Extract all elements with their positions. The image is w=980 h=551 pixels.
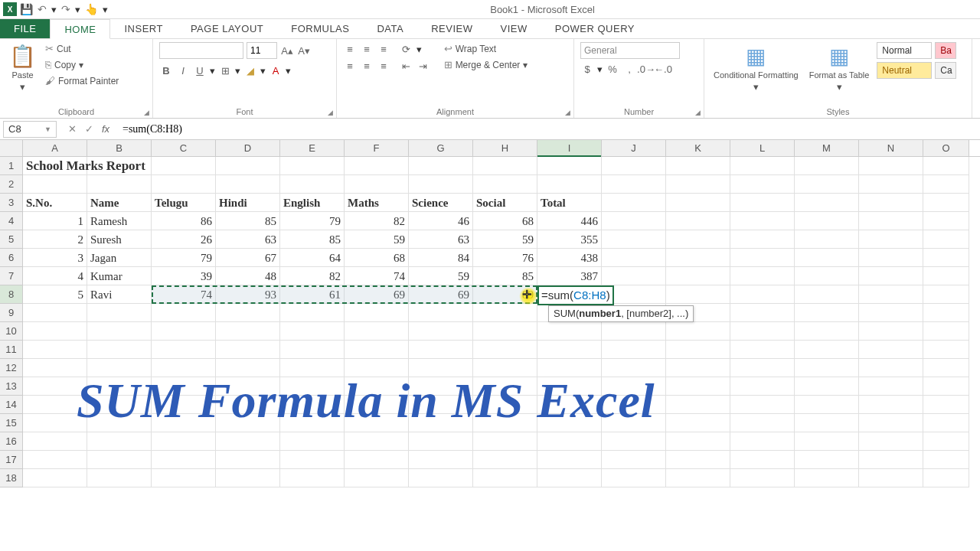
cell[interactable] xyxy=(216,322,280,341)
tab-home[interactable]: HOME xyxy=(50,19,110,39)
cell[interactable]: 1 xyxy=(23,212,87,230)
cell[interactable] xyxy=(859,194,923,212)
cell[interactable] xyxy=(730,249,795,267)
cell[interactable] xyxy=(23,432,87,451)
cell[interactable] xyxy=(923,267,969,285)
save-icon[interactable]: 💾 xyxy=(20,3,33,15)
cell[interactable] xyxy=(923,396,969,414)
cell[interactable] xyxy=(666,359,730,377)
tab-formulas[interactable]: FORMULAS xyxy=(277,19,363,38)
cell[interactable] xyxy=(602,230,666,249)
col-header[interactable]: L xyxy=(730,140,795,156)
cell[interactable] xyxy=(473,341,537,359)
font-color-button[interactable]: A xyxy=(269,64,283,77)
align-middle-icon[interactable]: ≡ xyxy=(360,42,374,56)
cell[interactable] xyxy=(537,175,602,194)
cell[interactable] xyxy=(859,451,923,469)
cell[interactable] xyxy=(280,322,345,341)
redo-icon[interactable]: ↷ xyxy=(61,3,70,15)
cell[interactable]: 59 xyxy=(473,230,537,249)
tab-data[interactable]: DATA xyxy=(363,19,417,38)
currency-icon[interactable]: $ xyxy=(580,62,594,76)
cell[interactable] xyxy=(666,414,730,432)
cell[interactable] xyxy=(216,175,280,194)
col-header[interactable]: H xyxy=(473,140,537,156)
cell[interactable] xyxy=(795,414,859,432)
cell[interactable]: 39 xyxy=(152,267,216,285)
cell[interactable] xyxy=(152,157,216,175)
col-header[interactable]: J xyxy=(602,140,666,156)
cell[interactable] xyxy=(152,432,216,451)
name-box[interactable]: C8▼ xyxy=(3,121,57,138)
cell[interactable] xyxy=(602,451,666,469)
formula-input[interactable] xyxy=(118,121,980,138)
cell[interactable] xyxy=(666,285,730,304)
cell[interactable] xyxy=(666,377,730,396)
cell[interactable] xyxy=(280,304,345,322)
row-header[interactable]: 5 xyxy=(0,230,23,249)
cell[interactable] xyxy=(23,175,87,194)
format-as-table-button[interactable]: ▦Format as Table▾ xyxy=(806,42,873,94)
col-header[interactable]: M xyxy=(795,140,859,156)
tab-power-query[interactable]: POWER QUERY xyxy=(541,19,648,38)
orientation-icon[interactable]: ⟳ xyxy=(400,42,413,56)
cell[interactable]: 84 xyxy=(409,249,473,267)
cell[interactable] xyxy=(473,175,537,194)
font-name-input[interactable] xyxy=(159,42,243,59)
cell[interactable] xyxy=(923,359,969,377)
cell[interactable] xyxy=(666,469,730,487)
cell[interactable] xyxy=(795,175,859,194)
cell[interactable] xyxy=(666,230,730,249)
cell[interactable] xyxy=(280,341,345,359)
cell[interactable] xyxy=(345,341,409,359)
cell[interactable] xyxy=(602,212,666,230)
cell[interactable] xyxy=(730,451,795,469)
cell[interactable] xyxy=(152,304,216,322)
cell[interactable] xyxy=(795,469,859,487)
cell[interactable] xyxy=(537,451,602,469)
align-left-icon[interactable]: ≡ xyxy=(343,59,357,73)
cell[interactable]: 63 xyxy=(216,230,280,249)
fx-icon[interactable]: fx xyxy=(98,123,113,135)
border-button[interactable]: ⊞ xyxy=(218,64,232,77)
cell[interactable] xyxy=(216,304,280,322)
cell[interactable]: Science xyxy=(409,194,473,212)
cell[interactable] xyxy=(345,304,409,322)
cell[interactable] xyxy=(859,249,923,267)
cell[interactable]: 74 xyxy=(345,267,409,285)
cell[interactable]: 438 xyxy=(537,249,602,267)
cell[interactable] xyxy=(795,341,859,359)
row-header[interactable]: 15 xyxy=(0,414,23,432)
cell[interactable] xyxy=(602,469,666,487)
cell[interactable] xyxy=(666,396,730,414)
cell[interactable]: 67 xyxy=(216,249,280,267)
cell[interactable] xyxy=(216,157,280,175)
align-center-icon[interactable]: ≡ xyxy=(360,59,374,73)
cell[interactable] xyxy=(859,414,923,432)
row-header[interactable]: 16 xyxy=(0,432,23,451)
cell[interactable] xyxy=(537,157,602,175)
row-header[interactable]: 2 xyxy=(0,175,23,194)
cell[interactable] xyxy=(87,175,152,194)
cell[interactable] xyxy=(666,322,730,341)
cell[interactable] xyxy=(87,341,152,359)
cell[interactable] xyxy=(537,341,602,359)
cell[interactable] xyxy=(87,432,152,451)
align-bottom-icon[interactable]: ≡ xyxy=(377,42,390,56)
row-header[interactable]: 6 xyxy=(0,249,23,267)
cell[interactable] xyxy=(666,341,730,359)
cell[interactable] xyxy=(923,157,969,175)
conditional-formatting-button[interactable]: ▦Conditional Formatting▾ xyxy=(710,42,802,94)
cell[interactable] xyxy=(23,322,87,341)
cell[interactable] xyxy=(216,451,280,469)
cell[interactable]: English xyxy=(280,194,345,212)
font-dialog-launcher[interactable]: ◢ xyxy=(328,109,333,116)
cell[interactable]: 85 xyxy=(216,212,280,230)
cell[interactable] xyxy=(409,157,473,175)
row-header[interactable]: 11 xyxy=(0,341,23,359)
cell[interactable]: 89 xyxy=(473,285,537,304)
cell[interactable] xyxy=(859,212,923,230)
cell[interactable] xyxy=(345,451,409,469)
cell[interactable] xyxy=(473,304,537,322)
increase-decimal-icon[interactable]: .0→ xyxy=(639,62,653,76)
